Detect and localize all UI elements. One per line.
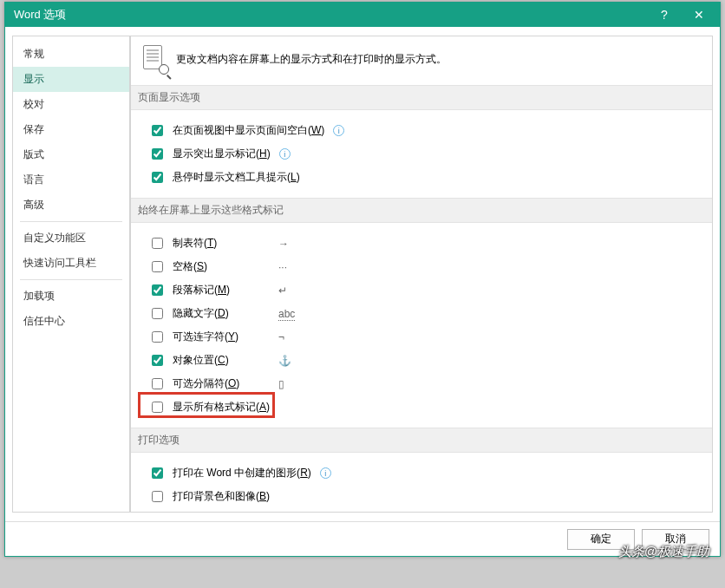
option-row: 打印文档属性(P) — [143, 508, 700, 513]
option-row: 对象位置(C)⚓ — [143, 349, 304, 372]
option-row: 悬停时显示文档工具提示(L) — [143, 166, 700, 189]
option-checkbox[interactable] — [152, 125, 163, 136]
option-label[interactable]: 在页面视图中显示页面间空白(W) — [173, 123, 324, 138]
page-description: 更改文档内容在屏幕上的显示方式和在打印时的显示方式。 — [176, 52, 447, 67]
option-checkbox[interactable] — [152, 261, 163, 272]
option-checkbox[interactable] — [152, 172, 163, 183]
sidebar-item[interactable]: 常规 — [13, 42, 129, 67]
option-row: 段落标记(M)↵ — [143, 278, 304, 302]
format-symbol: ↵ — [278, 284, 304, 297]
sidebar-separator — [20, 279, 122, 280]
info-icon[interactable]: i — [320, 467, 331, 479]
option-checkbox[interactable] — [152, 402, 163, 413]
option-row: 显示所有格式标记(A) — [143, 395, 304, 419]
format-symbol: abc — [278, 308, 304, 320]
sidebar-item[interactable]: 语言 — [13, 167, 129, 193]
option-checkbox[interactable] — [152, 491, 163, 502]
page-header: 更改文档内容在屏幕上的显示方式和在打印时的显示方式。 — [143, 45, 700, 73]
info-icon[interactable]: i — [279, 148, 291, 160]
title-bar: Word 选项 ? ✕ — [5, 3, 720, 27]
sidebar-separator — [20, 221, 122, 222]
option-checkbox[interactable] — [152, 467, 163, 479]
option-label[interactable]: 显示所有格式标记(A) — [173, 400, 270, 415]
option-row: 可选分隔符(O)▯ — [143, 372, 304, 395]
option-row: 制表符(T)→ — [143, 232, 304, 255]
dialog-footer: 确定 取消 — [5, 521, 720, 556]
format-symbol: ¬ — [278, 331, 304, 343]
section-print-options: 打印选项 — [131, 428, 712, 453]
sidebar-item[interactable]: 版式 — [13, 142, 129, 167]
ok-button[interactable]: 确定 — [567, 529, 635, 550]
option-label[interactable]: 打印背景色和图像(B) — [173, 489, 270, 504]
format-symbol: ··· — [278, 261, 304, 273]
format-symbol: ▯ — [278, 378, 304, 390]
sidebar-item[interactable]: 自定义功能区 — [13, 225, 129, 251]
option-label[interactable]: 可选分隔符(O) — [173, 376, 239, 391]
option-checkbox[interactable] — [152, 284, 163, 296]
section-format-marks: 始终在屏幕上显示这些格式标记 — [131, 198, 712, 223]
option-row: 显示突出显示标记(H)i — [143, 142, 700, 166]
section-page-display: 页面显示选项 — [131, 85, 712, 110]
option-label[interactable]: 可选连字符(Y) — [173, 330, 238, 344]
window-title: Word 选项 — [14, 7, 647, 23]
option-checkbox[interactable] — [152, 148, 163, 160]
help-button[interactable]: ? — [647, 3, 682, 27]
option-row: 打印在 Word 中创建的图形(R)i — [143, 461, 700, 485]
option-label[interactable]: 隐藏文字(D) — [173, 306, 229, 321]
option-label[interactable]: 悬停时显示文档工具提示(L) — [173, 170, 300, 185]
sidebar-item[interactable]: 显示 — [13, 67, 129, 92]
sidebar-item[interactable]: 快速访问工具栏 — [13, 251, 129, 276]
option-row: 在页面视图中显示页面间空白(W)i — [143, 119, 700, 142]
option-row: 隐藏文字(D)abc — [143, 302, 304, 325]
option-label[interactable]: 制表符(T) — [173, 236, 217, 251]
option-label[interactable]: 打印在 Word 中创建的图形(R) — [173, 466, 311, 480]
option-checkbox[interactable] — [152, 378, 163, 389]
category-sidebar: 常规显示校对保存版式语言高级 自定义功能区快速访问工具栏 加载项信任中心 — [12, 36, 130, 513]
option-checkbox[interactable] — [152, 308, 163, 319]
option-label[interactable]: 对象位置(C) — [173, 353, 229, 368]
sidebar-item[interactable]: 校对 — [13, 92, 129, 117]
format-symbol: → — [278, 238, 304, 250]
info-icon[interactable]: i — [333, 125, 344, 136]
options-dialog: Word 选项 ? ✕ 常规显示校对保存版式语言高级 自定义功能区快速访问工具栏… — [4, 2, 721, 557]
sidebar-item[interactable]: 高级 — [13, 193, 129, 218]
option-checkbox[interactable] — [152, 355, 163, 366]
option-label[interactable]: 段落标记(M) — [173, 283, 230, 297]
option-checkbox[interactable] — [152, 238, 163, 249]
cancel-button[interactable]: 取消 — [642, 529, 709, 550]
main-panel: 更改文档内容在屏幕上的显示方式和在打印时的显示方式。 页面显示选项 在页面视图中… — [130, 36, 713, 513]
option-row: 打印背景色和图像(B) — [143, 485, 700, 508]
option-row: 空格(S)··· — [143, 255, 304, 278]
sidebar-item[interactable]: 信任中心 — [13, 309, 129, 334]
close-button[interactable]: ✕ — [682, 3, 716, 27]
format-symbol: ⚓ — [278, 355, 304, 367]
option-label[interactable]: 空格(S) — [173, 259, 207, 274]
sidebar-item[interactable]: 保存 — [13, 117, 129, 142]
page-preview-icon — [143, 45, 167, 73]
sidebar-item[interactable]: 加载项 — [13, 284, 129, 309]
option-row: 可选连字符(Y)¬ — [143, 325, 304, 349]
option-label[interactable]: 显示突出显示标记(H) — [173, 147, 271, 161]
option-checkbox[interactable] — [152, 331, 163, 343]
